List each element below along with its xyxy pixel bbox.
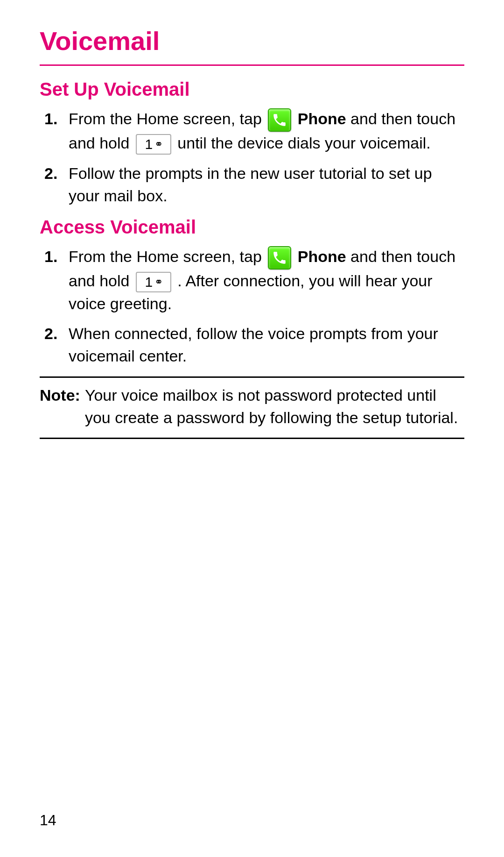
page-title: Voicemail	[40, 26, 464, 56]
step-text: until the device dials your voicemail.	[177, 134, 430, 152]
voicemail-glyph: ⚭	[154, 277, 162, 287]
phone-label: Phone	[298, 248, 346, 265]
setup-step-2: Follow the prompts in the new user tutor…	[69, 162, 464, 207]
access-step-1: From the Home screen, tap Phone and then…	[69, 245, 464, 315]
section-heading-access: Access Voicemail	[40, 217, 464, 238]
section-heading-setup: Set Up Voicemail	[40, 79, 464, 100]
setup-steps-list: From the Home screen, tap Phone and then…	[40, 107, 464, 207]
key-digit: 1	[145, 137, 153, 151]
page-number: 14	[40, 812, 56, 829]
phone-icon	[268, 246, 291, 269]
title-divider	[40, 64, 464, 66]
step-text: When connected, follow the voice prompts…	[69, 325, 438, 365]
voicemail-glyph: ⚭	[154, 139, 162, 149]
note-label: Note:	[40, 384, 85, 429]
access-steps-list: From the Home screen, tap Phone and then…	[40, 245, 464, 368]
key-digit: 1	[145, 275, 153, 289]
step-text: Follow the prompts in the new user tutor…	[69, 164, 432, 205]
note-block: Note: Your voice mailbox is not password…	[40, 376, 464, 439]
phone-label: Phone	[298, 110, 346, 127]
step-text: From the Home screen, tap	[69, 110, 266, 127]
key-1-voicemail-icon: 1 ⚭	[136, 134, 171, 155]
phone-icon	[268, 108, 291, 132]
access-step-2: When connected, follow the voice prompts…	[69, 322, 464, 368]
step-text: From the Home screen, tap	[69, 248, 266, 265]
note-text: Your voice mailbox is not password prote…	[85, 384, 464, 429]
key-1-voicemail-icon: 1 ⚭	[136, 272, 171, 292]
setup-step-1: From the Home screen, tap Phone and then…	[69, 107, 464, 155]
